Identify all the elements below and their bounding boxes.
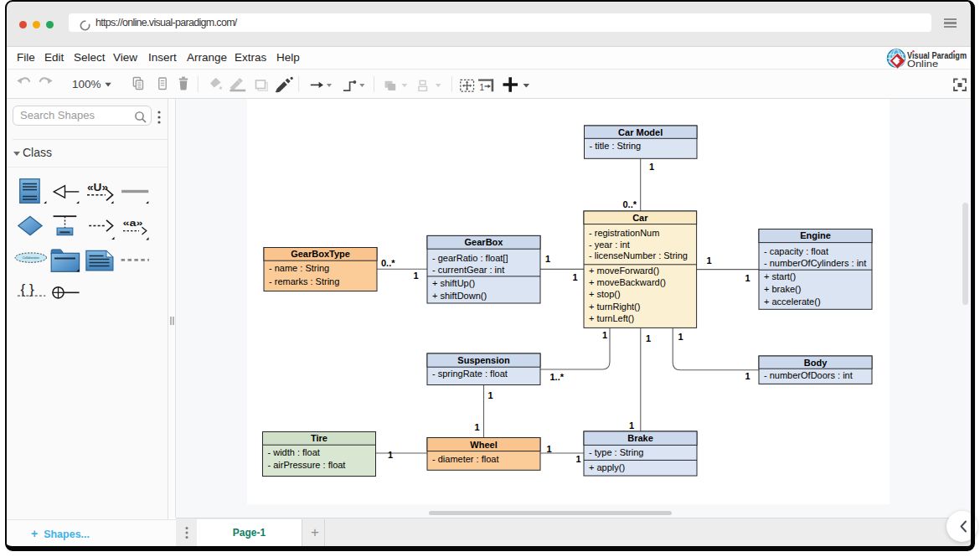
svg-text:100%: 100%	[72, 78, 101, 90]
svg-text:Car: Car	[632, 213, 648, 223]
svg-text:Body: Body	[804, 358, 828, 368]
svg-text:1: 1	[678, 332, 683, 342]
svg-text:Collaboration: Collaboration	[23, 256, 39, 260]
svg-text:GearBoxType: GearBoxType	[291, 249, 350, 259]
svg-text:+ brake(): + brake()	[764, 284, 801, 294]
svg-text:+ moveBackward(): + moveBackward()	[589, 277, 666, 287]
svg-text:- remarks : String: - remarks : String	[269, 276, 339, 286]
svg-text:1: 1	[388, 450, 393, 460]
svg-text:Online: Online	[907, 59, 938, 69]
svg-text:- capacity : float: - capacity : float	[764, 246, 828, 256]
svg-text:- licenseNumber : String: - licenseNumber : String	[589, 250, 688, 260]
svg-text:1: 1	[488, 390, 493, 400]
svg-text:1: 1	[474, 422, 479, 432]
svg-text:- name : String: - name : String	[269, 263, 329, 273]
svg-text:- numberOfDoors : int: - numberOfDoors : int	[764, 370, 853, 380]
svg-text:1: 1	[576, 454, 581, 464]
svg-text:+ turnLeft(): + turnLeft()	[589, 313, 634, 323]
svg-text:- width : float: - width : float	[268, 447, 320, 457]
svg-text:+ accelerate(): + accelerate()	[764, 297, 821, 307]
svg-text:+ turnRight(): + turnRight()	[589, 302, 640, 312]
svg-text:Brake: Brake	[627, 433, 653, 443]
svg-text:1: 1	[649, 162, 654, 172]
svg-text:1: 1	[707, 255, 712, 266]
svg-text:+ shiftUp(): + shiftUp()	[432, 278, 475, 288]
svg-text:1: 1	[602, 330, 607, 340]
svg-text:- currentGear : int: - currentGear : int	[432, 265, 504, 275]
svg-text:- gearRatio : float[]: - gearRatio : float[]	[432, 253, 508, 263]
svg-text:0..*: 0..*	[381, 258, 395, 268]
svg-text:+ apply(): + apply()	[589, 462, 625, 472]
svg-text:1: 1	[414, 271, 419, 281]
svg-text:+ start(): + start()	[764, 271, 796, 281]
svg-text:GearBox: GearBox	[465, 237, 504, 247]
svg-text:Car Model: Car Model	[618, 127, 663, 137]
svg-text:1: 1	[573, 272, 578, 282]
svg-text:Tire: Tire	[311, 433, 328, 443]
svg-text:1: 1	[629, 420, 634, 431]
svg-text:1: 1	[547, 444, 552, 454]
svg-text:- diameter : float: - diameter : float	[432, 454, 498, 464]
svg-text:1: 1	[480, 83, 485, 92]
svg-text:- title : String: - title : String	[590, 141, 642, 151]
svg-text:1: 1	[646, 333, 651, 343]
svg-text:Wheel: Wheel	[470, 440, 497, 450]
svg-text:1: 1	[745, 371, 750, 381]
svg-text:- type : String: - type : String	[589, 447, 643, 457]
svg-text:1: 1	[745, 273, 750, 283]
svg-text:1..*: 1..*	[550, 372, 565, 382]
svg-text:«a»: «a»	[123, 218, 143, 228]
svg-text:- airPressure : float: - airPressure : float	[268, 460, 346, 470]
svg-text:- year : int: - year : int	[589, 240, 630, 250]
svg-text:Engine: Engine	[800, 230, 831, 240]
svg-text:+ moveForward(): + moveForward()	[589, 266, 659, 276]
svg-text:- springRate : float: - springRate : float	[432, 369, 508, 379]
svg-text:{ }: { }	[21, 281, 34, 297]
svg-text:«U»: «U»	[87, 182, 108, 193]
svg-text:0..*: 0..*	[622, 199, 637, 209]
svg-text:Suspension: Suspension	[457, 355, 510, 365]
svg-text:+ shiftDown(): + shiftDown()	[432, 291, 487, 301]
svg-text:+ stop(): + stop()	[589, 289, 621, 299]
svg-text:- registrationNum: - registrationNum	[589, 228, 659, 238]
svg-text:- numberOfCylinders : int: - numberOfCylinders : int	[764, 258, 866, 268]
svg-text:1: 1	[545, 254, 550, 264]
